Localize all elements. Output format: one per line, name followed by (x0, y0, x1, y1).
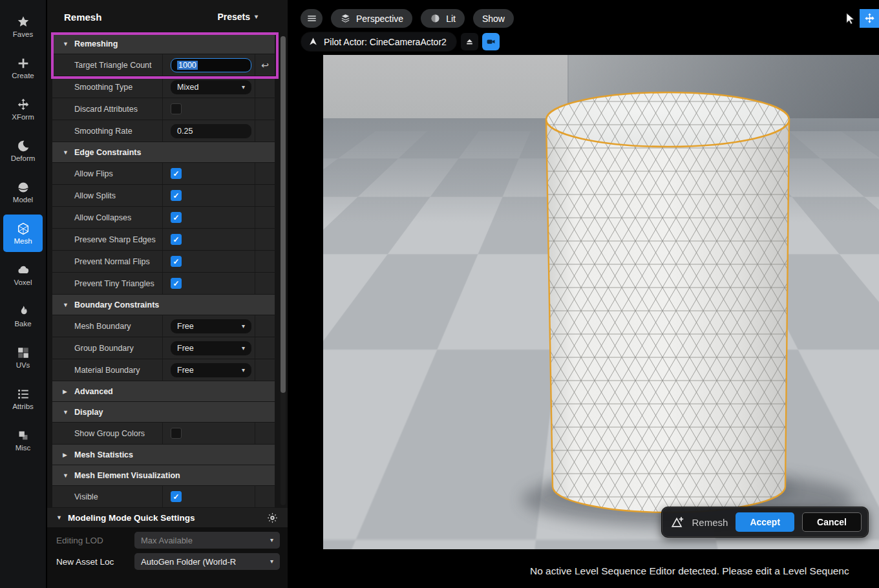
target-triangle-count-input[interactable]: 1000 (171, 58, 251, 72)
panel-titlebar: Remesh Presets ▾ (47, 0, 288, 34)
new-asset-location-row: New Asset Loc AutoGen Folder (World-R ▾ (47, 549, 288, 570)
section-header-display[interactable]: ▼Display (52, 402, 275, 422)
level-viewport[interactable]: Perspective Lit Show Pilot Actor: CineCa… (288, 0, 879, 588)
panel-rows: ▼RemeshingTarget Triangle Count1000↩Smoo… (47, 34, 288, 508)
bake-icon (16, 304, 30, 319)
show-flags-dropdown[interactable]: Show (473, 9, 514, 28)
property-row-allow-flips: Allow Flips✓ (52, 163, 275, 184)
cursor-icon (844, 12, 856, 25)
sidebar-item-bake[interactable]: Bake (3, 297, 43, 335)
sidebar-item-deform[interactable]: Deform (3, 132, 43, 169)
property-row-discard-attributes: Discard Attributes (52, 98, 275, 120)
select-tool-button[interactable] (840, 9, 860, 28)
allow-collapses-checkbox[interactable]: ✓ (171, 212, 182, 223)
show-group-colors-checkbox[interactable] (171, 428, 182, 439)
camera-view-button[interactable] (482, 33, 500, 50)
sidebar-item-model[interactable]: Model (3, 173, 43, 211)
sidebar-item-create[interactable]: Create (3, 49, 43, 87)
group-boundary-dropdown[interactable]: Free▾ (171, 341, 251, 355)
chevron-down-icon: ▾ (242, 345, 245, 352)
sidebar-item-label: Mesh (14, 238, 32, 246)
chevron-down-icon: ▾ (242, 367, 245, 373)
deform-icon (16, 139, 30, 153)
remesh-tool-panel: Remesh Presets ▾ ▼RemeshingTarget Triang… (47, 0, 288, 588)
section-header-boundary-constraints[interactable]: ▼Boundary Constraints (52, 295, 275, 315)
discard-attributes-checkbox[interactable] (171, 103, 182, 114)
perspective-dropdown[interactable]: Perspective (331, 9, 412, 28)
editing-lod-dropdown[interactable]: Max Available ▾ (134, 532, 280, 549)
preserve-sharp-edges-checkbox[interactable]: ✓ (171, 234, 182, 245)
property-row-smoothing-rate: Smoothing Rate0.25 (52, 120, 275, 142)
smoothing-type-dropdown[interactable]: Mixed▾ (171, 80, 251, 94)
modeling-mode-sidebar: FavesCreateXFormDeformModelMeshVoxelBake… (0, 0, 47, 588)
presets-dropdown[interactable]: Presets ▾ (217, 12, 258, 22)
allow-splits-checkbox[interactable]: ✓ (171, 190, 182, 201)
prevent-tiny-triangles-checkbox[interactable]: ✓ (171, 278, 182, 289)
lit-sphere-icon (430, 13, 441, 24)
pilot-icon (308, 37, 318, 47)
chevron-collapsed-icon: ▶ (63, 452, 69, 458)
cancel-button[interactable]: Cancel (802, 512, 862, 532)
chevron-down-icon: ▾ (270, 558, 273, 565)
property-row-preserve-sharp-edges: Preserve Sharp Edges✓ (52, 229, 275, 250)
chevron-down-icon: ▾ (270, 537, 273, 543)
section-header-advanced[interactable]: ▶Advanced (52, 381, 275, 401)
chevron-expanded-icon: ▼ (63, 472, 69, 479)
property-row-target-triangle-count: Target Triangle Count1000↩ (52, 54, 275, 76)
section-header-remeshing[interactable]: ▼Remeshing (52, 34, 275, 54)
sidebar-item-misc[interactable]: Misc (3, 421, 43, 459)
sidebar-item-mesh[interactable]: Mesh (3, 215, 43, 252)
move-tool-button[interactable] (860, 9, 879, 28)
scrollbar-thumb[interactable] (281, 36, 286, 393)
eject-pilot-button[interactable] (461, 33, 478, 50)
sidebar-item-label: Attribs (12, 403, 34, 411)
gear-icon[interactable] (266, 512, 279, 524)
hamburger-icon (306, 13, 317, 24)
pilot-actor-button[interactable]: Pilot Actor: CineCameraActor2 (301, 32, 457, 52)
uvs-icon (16, 346, 30, 360)
remeshed-cylinder-mesh[interactable] (323, 55, 879, 549)
editing-lod-row: Editing LOD Max Available ▾ (47, 527, 288, 549)
sidebar-item-label: Voxel (14, 279, 32, 287)
reset-to-default-icon[interactable]: ↩ (261, 61, 269, 70)
new-asset-location-dropdown[interactable]: AutoGen Folder (World-R ▾ (134, 553, 280, 570)
section-header-mesh-element-visualization[interactable]: ▼Mesh Element Visualization (52, 465, 275, 485)
remesh-accept-overlay: Remesh Accept Cancel (661, 507, 869, 538)
prevent-normal-flips-checkbox[interactable]: ✓ (171, 256, 182, 267)
perspective-icon (340, 13, 351, 24)
property-row-smoothing-type: Smoothing TypeMixed▾ (52, 76, 275, 98)
sidebar-item-faves[interactable]: Faves (3, 8, 43, 45)
panel-scrollbar[interactable] (281, 36, 286, 505)
presets-label: Presets (217, 12, 250, 22)
eject-icon (465, 37, 474, 47)
lit-mode-dropdown[interactable]: Lit (421, 9, 465, 28)
model-icon (16, 180, 30, 194)
sidebar-item-label: UVs (16, 362, 30, 370)
property-row-material-boundary: Material BoundaryFree▾ (52, 359, 275, 381)
property-row-allow-splits: Allow Splits✓ (52, 185, 275, 206)
property-row-group-boundary: Group BoundaryFree▾ (52, 337, 275, 359)
sidebar-item-uvs[interactable]: UVs (3, 339, 43, 376)
mesh-boundary-dropdown[interactable]: Free▾ (171, 319, 251, 333)
section-header-mesh-statistics[interactable]: ▶Mesh Statistics (52, 445, 275, 465)
new-asset-location-label: New Asset Loc (56, 557, 134, 567)
property-row-prevent-normal-flips: Prevent Normal Flips✓ (52, 251, 275, 272)
sidebar-item-voxel[interactable]: Voxel (3, 256, 43, 293)
voxel-icon (16, 263, 30, 277)
sidebar-item-xform[interactable]: XForm (3, 90, 43, 128)
sidebar-item-label: XForm (12, 114, 34, 121)
sequencer-status-message: No active Level Sequence Editor detected… (530, 565, 879, 577)
quick-settings-header[interactable]: ▼ Modeling Mode Quick Settings (47, 508, 288, 527)
chevron-expanded-icon: ▼ (63, 409, 69, 415)
sidebar-item-label: Faves (13, 31, 33, 39)
material-boundary-dropdown[interactable]: Free▾ (171, 363, 251, 377)
smoothing-rate-input[interactable]: 0.25 (171, 124, 251, 138)
accept-button[interactable]: Accept (736, 512, 794, 532)
sidebar-item-attribs[interactable]: Attribs (3, 380, 43, 417)
section-header-edge-constraints[interactable]: ▼Edge Constraints (52, 142, 275, 162)
sidebar-item-label: Deform (11, 155, 36, 163)
visible-checkbox[interactable]: ✓ (171, 491, 182, 502)
viewport-scene[interactable] (323, 55, 879, 549)
allow-flips-checkbox[interactable]: ✓ (171, 168, 182, 179)
viewport-menu-button[interactable] (301, 9, 323, 28)
